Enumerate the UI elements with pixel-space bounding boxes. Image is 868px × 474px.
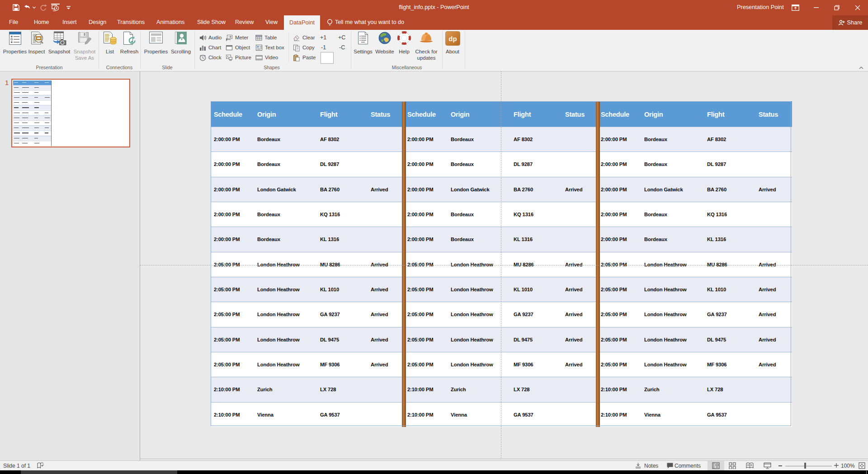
svg-text:dp: dp — [448, 35, 457, 43]
